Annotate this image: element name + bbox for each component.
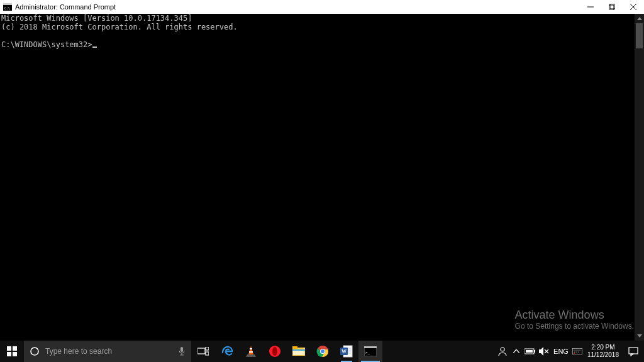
- svg-point-58: [578, 351, 579, 352]
- volume-mute-icon[interactable]: [537, 341, 551, 362]
- cortana-icon: [24, 346, 45, 356]
- cmd-app-icon: C:\: [3, 3, 13, 11]
- search-placeholder: Type here to search: [45, 347, 172, 356]
- battery-icon[interactable]: [523, 341, 537, 362]
- terminal-container: Microsoft Windows [Version 10.0.17134.34…: [0, 14, 644, 341]
- svg-point-54: [577, 349, 578, 350]
- svg-point-44: [501, 348, 504, 351]
- svg-rect-30: [292, 349, 305, 351]
- svg-rect-15: [180, 347, 183, 352]
- svg-rect-10: [7, 346, 11, 351]
- svg-rect-1: [3, 3, 12, 5]
- svg-point-56: [574, 351, 575, 352]
- svg-point-55: [579, 349, 580, 350]
- svg-rect-60: [629, 348, 638, 354]
- scroll-up-button[interactable]: [635, 14, 644, 23]
- cmd-taskbar-icon[interactable]: >_: [358, 341, 382, 362]
- svg-point-53: [575, 349, 576, 350]
- terminal-line-1: Microsoft Windows [Version 10.0.17134.34…: [1, 14, 192, 23]
- svg-point-59: [574, 353, 575, 354]
- terminal-line-2: (c) 2018 Microsoft Corporation. All righ…: [1, 23, 238, 31]
- svg-rect-42: [364, 346, 377, 348]
- svg-rect-29: [293, 350, 304, 355]
- svg-marker-21: [248, 346, 253, 354]
- vlc-icon[interactable]: [239, 341, 263, 362]
- cursor: [92, 47, 97, 48]
- scroll-down-button[interactable]: [635, 331, 644, 341]
- svg-rect-18: [197, 348, 205, 354]
- system-tray: ENG 2:20 PM 11/12/2018: [496, 341, 644, 362]
- svg-rect-23: [249, 351, 253, 353]
- svg-point-57: [576, 351, 577, 352]
- clock[interactable]: 2:20 PM 11/12/2018: [584, 344, 623, 359]
- svg-point-52: [574, 349, 574, 350]
- chevron-up-icon[interactable]: [509, 341, 523, 362]
- keyboard-layout-icon[interactable]: [571, 341, 584, 362]
- svg-rect-13: [13, 352, 17, 356]
- svg-rect-5: [610, 4, 615, 9]
- svg-point-26: [272, 347, 277, 356]
- action-center-icon[interactable]: [623, 346, 644, 356]
- svg-rect-19: [206, 347, 209, 350]
- svg-rect-22: [250, 348, 252, 349]
- svg-rect-4: [609, 5, 614, 10]
- clock-date: 11/12/2018: [587, 351, 619, 359]
- svg-marker-48: [539, 347, 543, 356]
- svg-marker-9: [637, 334, 642, 337]
- svg-text:>_: >_: [365, 350, 370, 355]
- people-icon[interactable]: [496, 341, 509, 362]
- titlebar: C:\ Administrator: Command Prompt: [0, 0, 644, 14]
- scroll-thumb[interactable]: [636, 23, 643, 48]
- edge-icon[interactable]: [215, 341, 239, 362]
- start-button[interactable]: [0, 341, 24, 362]
- svg-text:C:\: C:\: [4, 6, 10, 10]
- taskbar: Type here to search: [0, 341, 644, 362]
- chrome-icon[interactable]: [311, 341, 335, 362]
- language-indicator[interactable]: ENG: [551, 348, 571, 355]
- svg-rect-47: [526, 350, 533, 353]
- close-button[interactable]: [623, 0, 644, 14]
- word-icon[interactable]: W: [335, 341, 358, 362]
- svg-point-14: [31, 348, 38, 355]
- svg-point-33: [321, 349, 325, 353]
- search-box[interactable]: Type here to search: [24, 341, 191, 362]
- svg-rect-46: [534, 350, 535, 353]
- svg-rect-11: [13, 346, 17, 351]
- task-view-button[interactable]: [191, 341, 215, 362]
- svg-marker-61: [631, 354, 633, 356]
- svg-rect-20: [206, 352, 209, 355]
- terminal-prompt: C:\WINDOWS\system32>: [1, 40, 92, 49]
- opera-icon[interactable]: [263, 341, 287, 362]
- clock-time: 2:20 PM: [591, 344, 614, 351]
- terminal-output[interactable]: Microsoft Windows [Version 10.0.17134.34…: [0, 14, 635, 341]
- svg-text:W: W: [341, 349, 347, 354]
- file-explorer-icon[interactable]: [287, 341, 311, 362]
- maximize-button[interactable]: [601, 0, 623, 14]
- minimize-button[interactable]: [580, 0, 601, 14]
- microphone-icon[interactable]: [172, 346, 191, 356]
- svg-rect-12: [7, 352, 11, 356]
- svg-marker-24: [246, 354, 256, 357]
- svg-rect-28: [292, 346, 297, 349]
- svg-marker-8: [637, 17, 642, 20]
- vertical-scrollbar[interactable]: [635, 14, 644, 341]
- window-title: Administrator: Command Prompt: [15, 3, 116, 11]
